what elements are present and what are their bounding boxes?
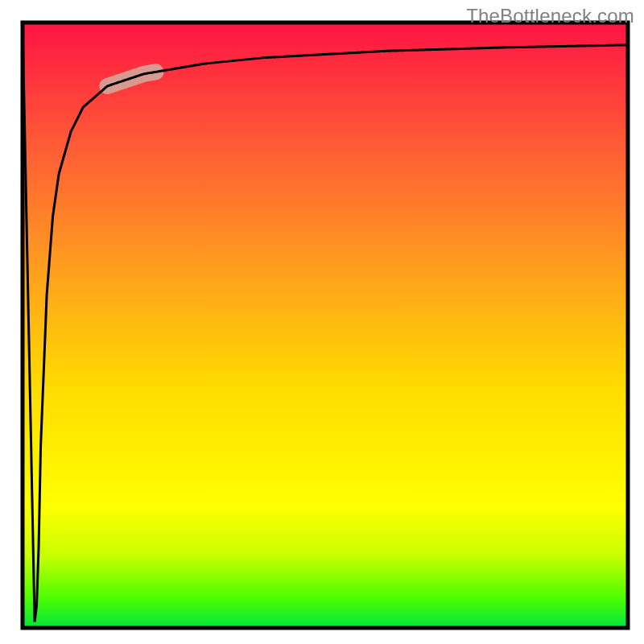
watermark-text: TheBottleneck.com	[466, 5, 634, 27]
bottleneck-chart	[0, 0, 644, 644]
plot-area	[23, 23, 628, 628]
gradient-background	[23, 23, 628, 628]
